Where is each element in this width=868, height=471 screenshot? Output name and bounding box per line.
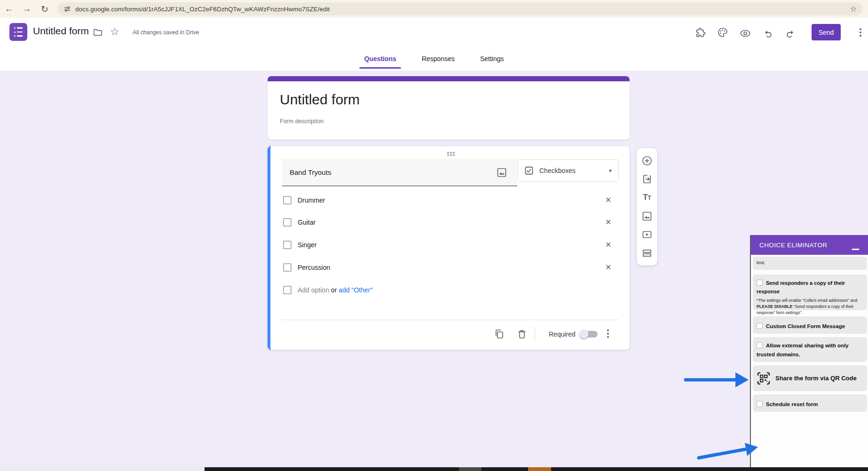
add-title-description-icon[interactable]: TT [643, 192, 651, 204]
addon-title: CHOICE ELIMINATOR [759, 242, 827, 249]
delete-trash-icon[interactable] [516, 329, 528, 340]
back-icon[interactable]: ← [0, 4, 18, 14]
taskbar-orange-segment [528, 467, 551, 471]
form-description-input[interactable]: Form description [280, 118, 617, 125]
external-sharing-label: Allow external sharing with only trusted… [757, 343, 849, 357]
required-toggle[interactable] [581, 331, 598, 338]
form-canvas: Untitled form Form description Band Tryo… [0, 71, 868, 467]
address-bar[interactable]: docs.google.com/forms/d/1rA5cJJF1XL_OzC2… [57, 2, 862, 16]
minimize-icon[interactable] [852, 249, 859, 250]
qr-code-icon [757, 371, 771, 385]
add-other-link[interactable]: add "Other" [339, 286, 372, 294]
tab-questions[interactable]: Questions [362, 48, 398, 69]
schedule-reset-section: Schedule reset form [753, 394, 867, 412]
bookmark-star-icon[interactable]: ☆ [850, 4, 857, 13]
option-checkbox[interactable] [283, 218, 292, 227]
divider [282, 320, 619, 320]
browser-toolbar: ← → ↻ docs.google.com/forms/d/1rA5cJJF1X… [0, 0, 868, 18]
move-folder-icon[interactable] [93, 28, 103, 37]
option-label[interactable]: Percussion [298, 264, 330, 271]
site-info-icon[interactable] [64, 6, 71, 12]
add-option-link[interactable]: Add option [298, 286, 329, 294]
send-copy-section: Send responders a copy of their response… [753, 275, 867, 310]
truncated-section: limit. [753, 257, 867, 270]
custom-closed-section: Custom Closed Form Message [753, 316, 867, 334]
option-row: Percussion ✕ [270, 257, 632, 279]
option-checkbox [283, 286, 292, 294]
question-type-dropdown[interactable]: Checkboxes ▾ [518, 159, 619, 182]
remove-option-icon[interactable]: ✕ [605, 263, 611, 272]
taskbar [0, 467, 868, 471]
add-image-icon[interactable] [496, 167, 507, 178]
forms-logo-icon[interactable] [9, 23, 27, 41]
question-type-label: Checkboxes [539, 167, 609, 174]
drag-handle-icon[interactable] [447, 152, 449, 154]
or-text: or [331, 286, 337, 294]
tab-settings[interactable]: Settings [478, 48, 506, 69]
more-options-icon[interactable] [860, 28, 861, 37]
taskbar-gray-segment [459, 467, 481, 471]
send-copy-label: Send responders a copy of their response [757, 280, 845, 294]
forward-icon[interactable]: → [18, 4, 36, 14]
checkbox-type-icon [525, 166, 533, 175]
remove-option-icon[interactable]: ✕ [605, 218, 611, 227]
custom-closed-label: Custom Closed Form Message [766, 323, 845, 329]
send-button[interactable]: Send [812, 24, 841, 40]
theme-palette-icon[interactable] [717, 27, 728, 38]
addons-puzzle-icon[interactable] [694, 27, 706, 38]
qr-share-section[interactable]: Share the form via QR Code [753, 365, 867, 391]
add-section-icon[interactable] [641, 247, 653, 259]
addon-title-bar[interactable]: CHOICE ELIMINATOR [751, 235, 868, 255]
question-title-input[interactable]: Band Tryouts [282, 159, 517, 186]
import-questions-icon[interactable] [641, 173, 653, 185]
send-copy-checkbox[interactable] [757, 280, 763, 286]
custom-closed-checkbox[interactable] [757, 323, 763, 329]
form-title-input[interactable]: Untitled form [280, 92, 617, 108]
undo-icon[interactable] [762, 28, 773, 39]
tab-responses[interactable]: Responses [420, 48, 457, 69]
chevron-down-icon: ▾ [609, 167, 612, 174]
form-tab-bar: Questions Responses Settings [0, 47, 868, 71]
qr-share-label: Share the form via QR Code [775, 375, 857, 382]
duplicate-icon[interactable] [494, 329, 505, 340]
insert-toolbar: TT [637, 148, 657, 266]
option-checkbox[interactable] [283, 241, 292, 249]
option-checkbox[interactable] [283, 196, 292, 204]
option-label[interactable]: Drummer [298, 196, 325, 204]
preview-eye-icon[interactable] [740, 28, 751, 39]
schedule-reset-checkbox[interactable] [757, 401, 763, 407]
add-question-icon[interactable] [641, 155, 653, 166]
document-title[interactable]: Untitled form [33, 25, 89, 37]
redo-icon[interactable] [785, 28, 796, 39]
option-row: Drummer ✕ [270, 189, 632, 212]
star-form-icon[interactable]: ☆ [110, 26, 119, 38]
save-status[interactable]: All changes saved in Drive [133, 29, 199, 36]
add-option-row: Add option or add "Other" [270, 279, 632, 301]
schedule-reset-label: Schedule reset form [766, 401, 818, 407]
choice-eliminator-panel: CHOICE ELIMINATOR limit. Send responders… [750, 235, 868, 471]
option-label[interactable]: Singer [298, 241, 316, 249]
external-sharing-checkbox[interactable] [757, 342, 763, 348]
insert-video-icon[interactable] [641, 229, 653, 240]
question-more-icon[interactable] [607, 330, 609, 338]
forms-header: Untitled form ☆ All changes saved in Dri… [0, 18, 868, 47]
option-checkbox[interactable] [283, 263, 292, 272]
send-copy-note: *The settings will enable "Collect email… [757, 298, 863, 316]
reload-icon[interactable]: ↻ [36, 4, 54, 15]
required-label: Required [549, 330, 576, 338]
divider [535, 327, 535, 342]
form-title-card: Untitled form Form description [268, 76, 630, 140]
insert-image-icon[interactable] [641, 211, 653, 222]
truncated-text: limit. [757, 260, 765, 265]
url-text[interactable]: docs.google.com/forms/d/1rA5cJJF1XL_OzC2… [75, 6, 330, 13]
remove-option-icon[interactable]: ✕ [605, 240, 611, 249]
remove-option-icon[interactable]: ✕ [605, 196, 611, 204]
option-row: Guitar ✕ [270, 212, 632, 234]
card-accent-bar [268, 76, 630, 81]
external-sharing-section: Allow external sharing with only trusted… [753, 337, 867, 362]
question-card: Band Tryouts Checkboxes ▾ Drummer ✕ Guit… [268, 146, 630, 350]
option-label[interactable]: Guitar [298, 219, 316, 226]
option-row: Singer ✕ [270, 234, 632, 256]
